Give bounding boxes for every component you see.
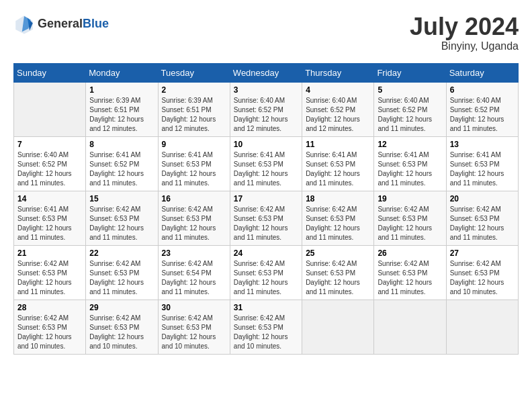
day-info: Sunrise: 6:40 AMSunset: 6:52 PMDaylight:… [234, 96, 298, 134]
day-info: Sunrise: 6:42 AMSunset: 6:53 PMDaylight:… [378, 205, 442, 242]
day-number: 9 [162, 140, 226, 149]
day-number: 5 [378, 85, 442, 95]
page-header: GeneralBlue July 2024 Binyiny, Uganda [13, 13, 519, 52]
day-number: 21 [17, 248, 82, 258]
day-of-week-header: Tuesday [158, 63, 230, 82]
day-number: 16 [162, 194, 226, 203]
calendar-cell: 24Sunrise: 6:42 AMSunset: 6:53 PMDayligh… [230, 245, 302, 300]
calendar-cell: 11Sunrise: 6:41 AMSunset: 6:53 PMDayligh… [302, 136, 374, 191]
calendar-cell: 29Sunrise: 6:42 AMSunset: 6:53 PMDayligh… [86, 300, 158, 354]
calendar-cell: 21Sunrise: 6:42 AMSunset: 6:53 PMDayligh… [14, 245, 86, 300]
day-info: Sunrise: 6:42 AMSunset: 6:53 PMDaylight:… [162, 205, 226, 242]
day-info: Sunrise: 6:42 AMSunset: 6:53 PMDaylight:… [234, 259, 298, 297]
day-number: 11 [306, 140, 370, 149]
day-number: 29 [89, 303, 154, 312]
calendar-cell: 12Sunrise: 6:41 AMSunset: 6:53 PMDayligh… [374, 136, 446, 191]
calendar-cell: 7Sunrise: 6:40 AMSunset: 6:52 PMDaylight… [14, 136, 86, 191]
day-info: Sunrise: 6:41 AMSunset: 6:53 PMDaylight:… [162, 150, 226, 188]
day-info: Sunrise: 6:39 AMSunset: 6:51 PMDaylight:… [162, 96, 226, 134]
day-number: 3 [234, 85, 298, 95]
day-info: Sunrise: 6:42 AMSunset: 6:53 PMDaylight:… [162, 314, 226, 351]
day-number: 6 [450, 85, 515, 95]
day-number: 31 [234, 303, 298, 312]
day-info: Sunrise: 6:42 AMSunset: 6:53 PMDaylight:… [450, 259, 515, 297]
day-of-week-header: Friday [374, 63, 446, 82]
calendar-cell: 30Sunrise: 6:42 AMSunset: 6:53 PMDayligh… [158, 300, 230, 354]
title-block: July 2024 Binyiny, Uganda [410, 13, 519, 52]
day-info: Sunrise: 6:42 AMSunset: 6:53 PMDaylight:… [17, 314, 82, 351]
day-number: 14 [17, 194, 82, 203]
day-number: 12 [378, 140, 442, 149]
calendar-header-row: SundayMondayTuesdayWednesdayThursdayFrid… [14, 63, 519, 82]
calendar-cell: 20Sunrise: 6:42 AMSunset: 6:53 PMDayligh… [446, 191, 518, 245]
calendar-cell [14, 82, 86, 136]
calendar-week-row: 1Sunrise: 6:39 AMSunset: 6:51 PMDaylight… [14, 82, 519, 136]
day-number: 2 [162, 85, 226, 95]
calendar-cell: 19Sunrise: 6:42 AMSunset: 6:53 PMDayligh… [374, 191, 446, 245]
day-info: Sunrise: 6:42 AMSunset: 6:53 PMDaylight:… [234, 205, 298, 242]
day-number: 28 [17, 303, 82, 312]
day-info: Sunrise: 6:40 AMSunset: 6:52 PMDaylight:… [450, 96, 515, 134]
day-info: Sunrise: 6:42 AMSunset: 6:53 PMDaylight:… [306, 259, 370, 297]
day-number: 26 [378, 248, 442, 258]
day-number: 25 [306, 248, 370, 258]
logo: GeneralBlue [13, 13, 109, 35]
day-info: Sunrise: 6:42 AMSunset: 6:53 PMDaylight:… [234, 314, 298, 351]
day-number: 15 [89, 194, 154, 203]
calendar-cell: 23Sunrise: 6:42 AMSunset: 6:54 PMDayligh… [158, 245, 230, 300]
calendar-cell [374, 300, 446, 354]
calendar-cell: 31Sunrise: 6:42 AMSunset: 6:53 PMDayligh… [230, 300, 302, 354]
calendar-table: SundayMondayTuesdayWednesdayThursdayFrid… [13, 63, 519, 355]
day-of-week-header: Saturday [446, 63, 518, 82]
calendar-cell: 3Sunrise: 6:40 AMSunset: 6:52 PMDaylight… [230, 82, 302, 136]
day-info: Sunrise: 6:42 AMSunset: 6:53 PMDaylight:… [306, 205, 370, 242]
day-of-week-header: Sunday [14, 63, 86, 82]
calendar-cell: 25Sunrise: 6:42 AMSunset: 6:53 PMDayligh… [302, 245, 374, 300]
calendar-cell [446, 300, 518, 354]
calendar-cell: 27Sunrise: 6:42 AMSunset: 6:53 PMDayligh… [446, 245, 518, 300]
day-info: Sunrise: 6:42 AMSunset: 6:53 PMDaylight:… [378, 259, 442, 297]
day-info: Sunrise: 6:41 AMSunset: 6:53 PMDaylight:… [306, 150, 370, 188]
day-number: 17 [234, 194, 298, 203]
day-info: Sunrise: 6:40 AMSunset: 6:52 PMDaylight:… [17, 150, 82, 188]
logo-icon [13, 13, 35, 35]
day-number: 13 [450, 140, 515, 149]
calendar-cell: 10Sunrise: 6:41 AMSunset: 6:53 PMDayligh… [230, 136, 302, 191]
calendar-cell: 18Sunrise: 6:42 AMSunset: 6:53 PMDayligh… [302, 191, 374, 245]
day-info: Sunrise: 6:40 AMSunset: 6:52 PMDaylight:… [378, 96, 442, 134]
day-number: 24 [234, 248, 298, 258]
day-info: Sunrise: 6:41 AMSunset: 6:53 PMDaylight:… [17, 205, 82, 242]
day-info: Sunrise: 6:42 AMSunset: 6:53 PMDaylight:… [89, 314, 154, 351]
day-of-week-header: Monday [86, 63, 158, 82]
calendar-cell: 1Sunrise: 6:39 AMSunset: 6:51 PMDaylight… [86, 82, 158, 136]
day-number: 22 [89, 248, 154, 258]
day-of-week-header: Thursday [302, 63, 374, 82]
day-info: Sunrise: 6:41 AMSunset: 6:53 PMDaylight:… [450, 150, 515, 188]
calendar-cell: 13Sunrise: 6:41 AMSunset: 6:53 PMDayligh… [446, 136, 518, 191]
day-number: 1 [89, 85, 154, 95]
day-of-week-header: Wednesday [230, 63, 302, 82]
calendar-cell: 15Sunrise: 6:42 AMSunset: 6:53 PMDayligh… [86, 191, 158, 245]
day-info: Sunrise: 6:42 AMSunset: 6:54 PMDaylight:… [162, 259, 226, 297]
calendar-cell: 9Sunrise: 6:41 AMSunset: 6:53 PMDaylight… [158, 136, 230, 191]
calendar-cell: 8Sunrise: 6:41 AMSunset: 6:52 PMDaylight… [86, 136, 158, 191]
calendar-cell: 22Sunrise: 6:42 AMSunset: 6:53 PMDayligh… [86, 245, 158, 300]
calendar-cell: 2Sunrise: 6:39 AMSunset: 6:51 PMDaylight… [158, 82, 230, 136]
day-info: Sunrise: 6:40 AMSunset: 6:52 PMDaylight:… [306, 96, 370, 134]
day-number: 10 [234, 140, 298, 149]
calendar-cell: 17Sunrise: 6:42 AMSunset: 6:53 PMDayligh… [230, 191, 302, 245]
day-info: Sunrise: 6:42 AMSunset: 6:53 PMDaylight:… [17, 259, 82, 297]
day-info: Sunrise: 6:41 AMSunset: 6:53 PMDaylight:… [234, 150, 298, 188]
logo-text: GeneralBlue [38, 17, 109, 31]
calendar-week-row: 14Sunrise: 6:41 AMSunset: 6:53 PMDayligh… [14, 191, 519, 245]
day-number: 20 [450, 194, 515, 203]
day-info: Sunrise: 6:39 AMSunset: 6:51 PMDaylight:… [89, 96, 154, 134]
day-info: Sunrise: 6:42 AMSunset: 6:53 PMDaylight:… [89, 205, 154, 242]
calendar-cell: 14Sunrise: 6:41 AMSunset: 6:53 PMDayligh… [14, 191, 86, 245]
calendar-cell: 4Sunrise: 6:40 AMSunset: 6:52 PMDaylight… [302, 82, 374, 136]
day-number: 7 [17, 140, 82, 149]
day-info: Sunrise: 6:41 AMSunset: 6:52 PMDaylight:… [89, 150, 154, 188]
calendar-cell: 28Sunrise: 6:42 AMSunset: 6:53 PMDayligh… [14, 300, 86, 354]
calendar-week-row: 21Sunrise: 6:42 AMSunset: 6:53 PMDayligh… [14, 245, 519, 300]
location-subtitle: Binyiny, Uganda [410, 40, 519, 52]
